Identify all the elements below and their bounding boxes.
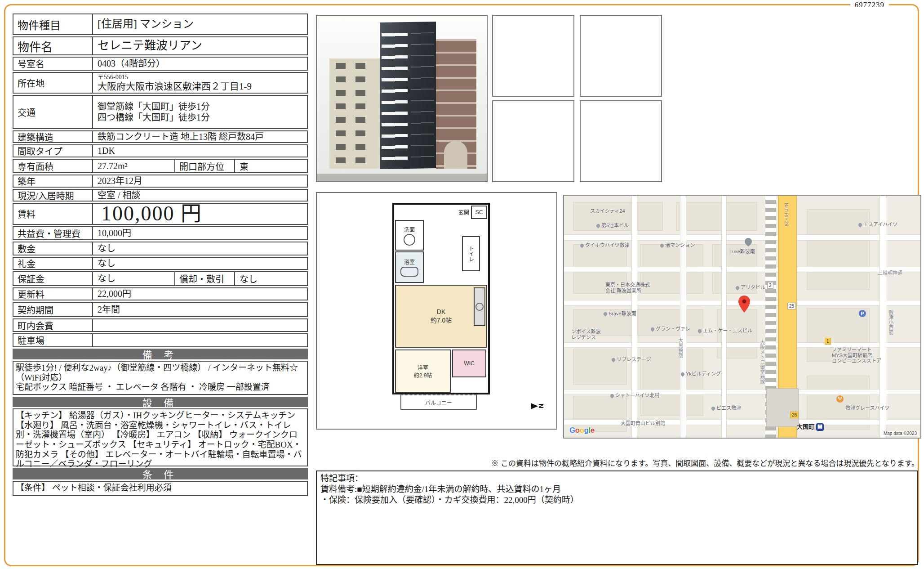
subject-building bbox=[380, 22, 436, 169]
row-value: 2023年12月 bbox=[93, 175, 307, 187]
disclaimer-text: ※ この資料は物件の概略紹介資料になります。写真、間取図面、設備、概要などが現況… bbox=[316, 457, 919, 468]
row-value: 〒556-0015大阪府大阪市浪速区敷津西２丁目1-9 bbox=[93, 73, 307, 93]
photo-placeholder-2 bbox=[580, 15, 662, 97]
photo-placeholder-3 bbox=[492, 100, 574, 182]
map-poi-label: 第5辻本ビル bbox=[596, 223, 629, 228]
window-column bbox=[355, 63, 365, 169]
western-room: 洋室 約2.9帖 bbox=[395, 349, 451, 393]
postal-code: 〒556-0015 bbox=[98, 74, 252, 81]
exit-number-badge: 2 bbox=[767, 282, 773, 289]
poi-pin-icon bbox=[735, 285, 740, 290]
map-poi-label: エム・ケー・エスビル bbox=[698, 328, 752, 334]
station-label: 大国町M bbox=[797, 423, 824, 431]
map-poi-label: 三輪明神通 bbox=[878, 270, 902, 276]
map-poi-label: タイホウハイツ敷津 bbox=[580, 242, 630, 248]
row-label: 現況/入居時期 bbox=[13, 190, 93, 201]
north-letter: N bbox=[538, 403, 545, 408]
row-sublabel: 開口部方位 bbox=[174, 160, 235, 172]
beige-building bbox=[329, 58, 380, 169]
row-value: 22,000円 bbox=[93, 288, 307, 300]
building-photo-image bbox=[317, 16, 487, 181]
row-value bbox=[93, 319, 307, 331]
map-poi-label: スカイシティ24 bbox=[590, 208, 625, 214]
row-label: 賃料 bbox=[13, 204, 93, 224]
building-photo bbox=[316, 15, 488, 182]
map-attribution: Map data ©2023 bbox=[882, 431, 919, 436]
row-label: 礼金 bbox=[13, 258, 93, 269]
parking-icon: P bbox=[859, 310, 866, 317]
google-logo: Google bbox=[569, 426, 595, 435]
poi-pin-icon bbox=[603, 311, 608, 316]
property-row: 専有面積27.72m²開口部方位東 bbox=[13, 159, 308, 173]
row-value: 御堂筋線「大国町」徒歩1分 四つ橋線「大国町」徒歩1分 bbox=[93, 96, 307, 128]
row-value: 2年間 bbox=[93, 303, 307, 316]
row-label: 建築構造 bbox=[13, 131, 93, 142]
property-row: 築年2023年12月 bbox=[13, 175, 308, 188]
balcony: バルコニー bbox=[400, 394, 477, 410]
row-value: 0403（4階部分） bbox=[93, 58, 307, 70]
row-sublabel: 償却・敷引 bbox=[174, 272, 235, 285]
row-label: 敷金 bbox=[13, 242, 93, 255]
property-row: 共益費・管理費10,000円 bbox=[13, 226, 308, 240]
bathroom: 浴室 bbox=[395, 251, 424, 283]
map-poi-label: 渚マンション bbox=[660, 242, 695, 248]
map-poi-label: リブレステージ bbox=[612, 357, 651, 363]
row-label: 保証金 bbox=[13, 272, 93, 285]
bathroom-label: 浴室 bbox=[404, 258, 415, 265]
property-row: 礼金なし bbox=[13, 257, 308, 270]
property-row: 建築構造鉄筋コンクリート造 地上13階 総戸数84戸 bbox=[13, 130, 308, 143]
property-row: 賃料100,000 円 bbox=[13, 203, 308, 225]
row-value: セレニテ難波リアン bbox=[93, 37, 307, 54]
poi-pin-icon bbox=[611, 357, 616, 362]
poi-pin-icon bbox=[680, 372, 685, 376]
row-value: [住居用] マンション bbox=[93, 14, 307, 34]
kitchen-counter bbox=[474, 287, 485, 326]
equipment-text: 【キッチン】 給湯器（ガス）・IHクッキングヒーター・システムキッチン 【水廻り… bbox=[13, 408, 308, 466]
poi-pin-icon bbox=[650, 327, 655, 332]
entrance-label: 玄関 bbox=[458, 208, 469, 216]
bathtub-icon bbox=[400, 267, 418, 277]
station-platform bbox=[766, 388, 799, 427]
row-subvalue: 東 bbox=[235, 160, 307, 172]
row-value: 1DK bbox=[93, 145, 307, 157]
map-poi-label: 敷津グレースハイツ bbox=[845, 405, 889, 411]
poi-pin-icon bbox=[697, 328, 702, 333]
floor-plan-outline: 玄関 SC 洗面 浴室 トイレ DK 約7.0帖 洋室 約2.9帖 WIC バル… bbox=[392, 203, 490, 394]
row-value: なし bbox=[93, 242, 307, 255]
property-row: 所在地〒556-0015大阪府大阪市浪速区敷津西２丁目1-9 bbox=[13, 72, 308, 94]
poi-pin-icon bbox=[595, 223, 600, 228]
address-text: 大阪府大阪市浪速区敷津西２丁目1-9 bbox=[98, 81, 252, 92]
property-row: 町内会費 bbox=[13, 318, 308, 332]
exit-number-badge: 1 bbox=[825, 338, 831, 345]
special-notes-box: 特記事項： 賃料備考:■短期解約違約金/1年未満の解約時、共込賃料の1ヶ月 ・保… bbox=[316, 470, 918, 565]
map-poi-label: ファミリーマート MYS大国町駅前店 コンビニエンスストア bbox=[832, 347, 881, 364]
map-poi-label: Nat'l Rte 26 bbox=[783, 203, 789, 226]
property-row: 現況/入居時期空室 / 相談 bbox=[13, 189, 308, 202]
restaurant-icon: Ψ bbox=[836, 395, 844, 403]
special-notes-line1: 賃料備考:■短期解約違約金/1年未満の解約時、共込賃料の1ヶ月 bbox=[320, 484, 914, 495]
equipment-band: 設 備 bbox=[13, 397, 308, 407]
property-flyer: 6977239 物件種目[住居用] マンション物件名セレニテ難波リアン号室名04… bbox=[0, 0, 924, 569]
floor-lines bbox=[411, 32, 434, 166]
row-value: 10,000円 bbox=[93, 227, 307, 239]
row-value: 空室 / 相談 bbox=[93, 190, 307, 201]
row-value: 鉄筋コンクリート造 地上13階 総戸数84戸 bbox=[93, 131, 307, 142]
shoe-closet: SC bbox=[471, 206, 487, 219]
row-label: 物件名 bbox=[13, 37, 93, 54]
special-notes-line2: ・保険：保険要加入（要確認）・カギ交換費用：22,000円（契約時） bbox=[320, 495, 914, 506]
row-label: 専有面積 bbox=[13, 160, 93, 172]
floor-plan: 玄関 SC 洗面 浴室 トイレ DK 約7.0帖 洋室 約2.9帖 WIC バル… bbox=[316, 192, 557, 430]
property-row: 駐車場 bbox=[13, 333, 308, 347]
map-poi-label: Ykビルディング bbox=[681, 371, 721, 377]
property-location-pin bbox=[738, 296, 750, 313]
map-poi-label: グラン・ヴァレ bbox=[651, 326, 690, 332]
property-row: 号室名0403（4階部分） bbox=[13, 57, 308, 71]
row-label: 所在地 bbox=[13, 73, 93, 93]
row-label: 町内会費 bbox=[13, 319, 93, 331]
property-row: 物件名セレニテ難波リアン bbox=[13, 36, 308, 55]
row-value: なし bbox=[93, 272, 174, 285]
washer-icon bbox=[404, 234, 415, 246]
map-poi-label: Brave難波南 bbox=[604, 311, 636, 317]
toilet: トイレ bbox=[462, 236, 480, 271]
washroom: 洗面 bbox=[395, 220, 424, 251]
